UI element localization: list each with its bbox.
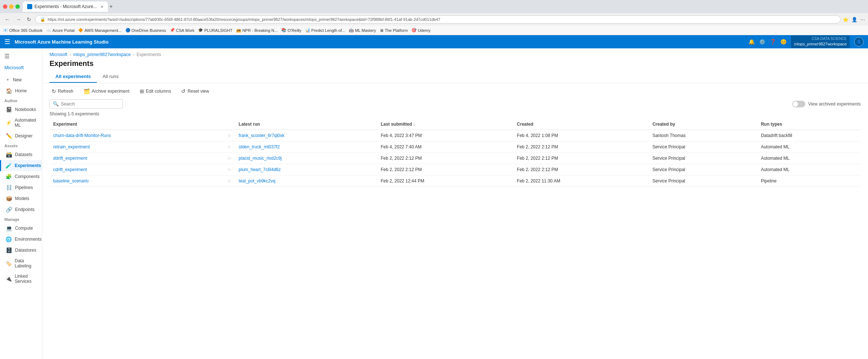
cell-last-submitted-4: Feb 2, 2022 12:44 PM (377, 175, 513, 187)
col-experiment[interactable]: Experiment (50, 119, 224, 130)
sidebar-item-new[interactable]: ＋ New (0, 74, 42, 85)
user-avatar[interactable]: 👤 (854, 37, 864, 47)
forward-button[interactable]: → (14, 16, 23, 23)
latest-run-link-0[interactable]: frank_scooter_6r7ql0xk (239, 133, 285, 138)
cell-latest-run-1: olden_truck_mt037f2 (235, 141, 377, 153)
search-input-wrap[interactable]: 🔍 (50, 99, 123, 108)
close-window-button[interactable] (3, 4, 7, 9)
back-button[interactable]: ← (3, 16, 12, 23)
breadcrumb-microsoft[interactable]: Microsoft (50, 52, 67, 57)
sidebar-item-designer[interactable]: ✏️ Designer (0, 130, 42, 141)
reset-view-button[interactable]: ↺ Reset view (179, 87, 211, 96)
table-row: retrain_experiment ☆ olden_truck_mt037f2… (50, 141, 861, 153)
sidebar-item-experiments[interactable]: 🧪 Experiments (0, 160, 42, 171)
hamburger-icon[interactable]: ☰ (4, 38, 10, 46)
bookmark-csa[interactable]: 📌 CSA Work (170, 28, 195, 33)
notifications-icon[interactable]: 🔔 (748, 39, 755, 45)
menu-icon[interactable]: ⋯ (860, 17, 865, 22)
models-icon: 📦 (6, 196, 12, 201)
environments-icon: 🌐 (6, 236, 12, 242)
bookmark-mlmastery[interactable]: 🤖 ML Mastery (349, 28, 376, 33)
workspace-name: mlops_primer9827workspace (794, 41, 847, 47)
cell-star-1[interactable]: ☆ (224, 141, 235, 153)
col-created-by[interactable]: Created by (649, 119, 757, 130)
extensions-icon[interactable]: ⭐ (843, 17, 849, 22)
search-input[interactable] (61, 101, 116, 107)
col-star (224, 119, 235, 130)
bookmark-aws[interactable]: 🔶 AWS Management... (78, 28, 121, 33)
table-row: churn-data-drift-Monitor-Runs ☆ frank_sc… (50, 130, 861, 141)
maximize-window-button[interactable] (15, 4, 20, 9)
sidebar-datasets-label: Datasets (15, 152, 32, 157)
tab-all-runs[interactable]: All runs (97, 71, 124, 83)
bookmark-udemy[interactable]: 🎯 Udemy (411, 28, 431, 33)
sidebar-item-pipelines[interactable]: ⛓️ Pipelines (0, 182, 42, 193)
breadcrumb-workspace[interactable]: mlops_primer9827workspace (73, 52, 131, 57)
archive-experiment-button[interactable]: 🗂️ Archive experiment (81, 87, 132, 96)
sidebar-item-home[interactable]: 🏠 Home (0, 85, 42, 96)
edit-columns-button[interactable]: ⊞ Edit columns (138, 87, 173, 96)
sidebar-item-automated-ml[interactable]: ⚡ Automated ML (0, 115, 42, 130)
azure-header-actions: 🔔 ⚙️ ❓ 😊 CSA-DATA SCIENCE mlops_primer98… (748, 36, 864, 48)
active-browser-tab[interactable]: Experiments - Microsoft Azure... ✕ (23, 1, 108, 12)
sidebar-item-notebooks[interactable]: 📓 Notebooks (0, 104, 42, 115)
edit-columns-label: Edit columns (146, 89, 171, 94)
sidebar-item-endpoints[interactable]: 🔗 Endpoints (0, 204, 42, 215)
col-latest-run[interactable]: Latest run (235, 119, 377, 130)
experiment-link-3[interactable]: cdrift_experiment (53, 167, 87, 172)
latest-run-link-1[interactable]: olden_truck_mt037f2 (239, 144, 280, 149)
bookmark-predict[interactable]: 📊 Predict Length of... (305, 28, 345, 33)
bookmark-azure-portal[interactable]: ☁️ Azure Portal (46, 28, 75, 33)
latest-run-link-3[interactable]: plum_heart_7c6l4d6z (239, 167, 281, 172)
experiment-link-4[interactable]: baseline_scenario (53, 178, 89, 184)
help-icon[interactable]: ❓ (770, 39, 776, 45)
cell-created-by-3: Service Principal (649, 164, 757, 175)
col-last-submitted[interactable]: Last submitted ↓ (377, 119, 513, 130)
cell-star-3[interactable]: ☆ (224, 164, 235, 175)
cell-experiment-2: ddrift_experiment (50, 153, 224, 164)
sidebar-item-environments[interactable]: 🌐 Environments (0, 234, 42, 245)
profile-icon[interactable]: 👤 (851, 17, 857, 22)
sidebar-item-data-labeling[interactable]: 🏷️ Data Labeling (0, 256, 42, 271)
cell-created-1: Feb 2, 2022 2:12 PM (513, 141, 649, 153)
workspace-badge[interactable]: CSA-DATA SCIENCE mlops_primer9827workspa… (791, 36, 850, 48)
refresh-button[interactable]: ↻ Refresh (50, 87, 76, 96)
latest-run-link-4[interactable]: teal_pot_vb9kc2vq (239, 178, 275, 184)
sidebar-toggle-button[interactable]: ☰ (0, 50, 42, 63)
sidebar-item-linked-services[interactable]: 🔌 Linked Services (0, 271, 42, 286)
experiment-link-0[interactable]: churn-data-drift-Monitor-Runs (53, 133, 111, 138)
bookmark-npr[interactable]: 📻 NPR - Breaking N... (236, 28, 278, 33)
cell-star-4[interactable]: ☆ (224, 175, 235, 187)
experiment-link-1[interactable]: retrain_experiment (53, 144, 90, 149)
settings-icon[interactable]: ⚙️ (759, 39, 765, 45)
minimize-window-button[interactable] (9, 4, 14, 9)
components-icon: 🧩 (6, 174, 12, 180)
endpoints-icon: 🔗 (6, 207, 12, 212)
col-created[interactable]: Created (513, 119, 649, 130)
cell-star-2[interactable]: ☆ (224, 153, 235, 164)
sidebar-item-components[interactable]: 🧩 Components (0, 171, 42, 182)
address-bar[interactable]: 🔒 https://ml.azure.com/experiments?wsid=… (35, 15, 840, 23)
view-archived-toggle[interactable] (792, 101, 805, 107)
sidebar-item-compute[interactable]: 💻 Compute (0, 223, 42, 234)
sidebar-item-datastores[interactable]: 🗄️ Datastores (0, 245, 42, 256)
sidebar-item-microsoft[interactable]: Microsoft (0, 63, 42, 74)
sidebar-item-datasets[interactable]: 🗃️ Datasets (0, 149, 42, 160)
bookmark-oreilly[interactable]: 📚 O'Reilly (281, 28, 301, 33)
feedback-icon[interactable]: 😊 (780, 39, 787, 45)
new-tab-button[interactable]: + (109, 3, 113, 10)
col-run-types[interactable]: Run types (757, 119, 861, 130)
bookmark-pluralsight[interactable]: 🎓 PLURALSIGHT (198, 28, 232, 33)
tab-all-experiments[interactable]: All experiments (50, 71, 97, 83)
bookmark-office365[interactable]: 📧 Office 365 Outlook (3, 28, 43, 33)
cell-experiment-0: churn-data-drift-Monitor-Runs (50, 130, 224, 141)
sidebar-item-models[interactable]: 📦 Models (0, 193, 42, 204)
tab-close-button[interactable]: ✕ (100, 5, 103, 9)
bookmark-onedrive[interactable]: 🔵 OneDrive Business (125, 28, 166, 33)
reload-button[interactable]: ↻ (25, 16, 33, 23)
bookmark-platform[interactable]: 🖥 The Platform (380, 28, 408, 33)
experiment-link-2[interactable]: ddrift_experiment (53, 156, 87, 161)
experiments-icon: 🧪 (6, 163, 12, 169)
latest-run-link-2[interactable]: placid_music_rlxd2c9j (239, 156, 282, 161)
cell-star-0[interactable]: ☆ (224, 130, 235, 141)
